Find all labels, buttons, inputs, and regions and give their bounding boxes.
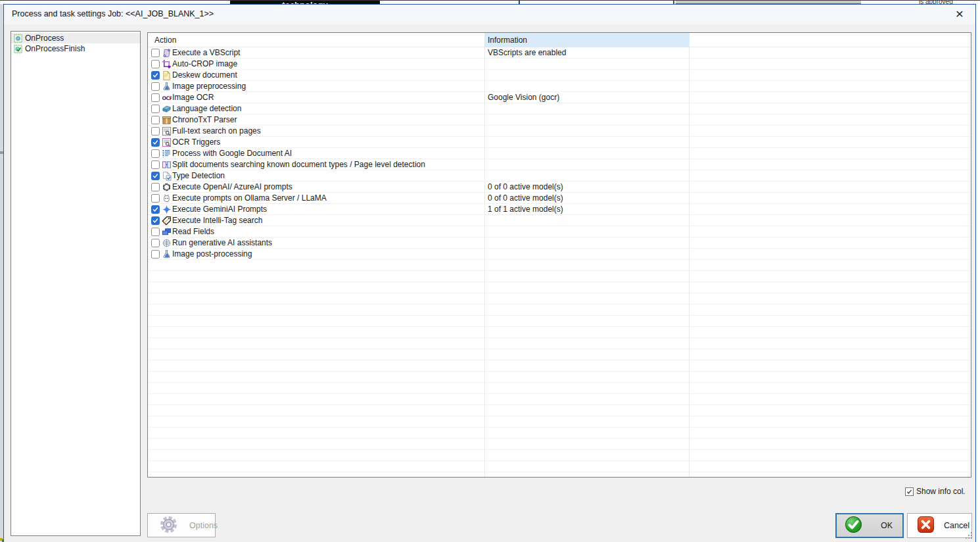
empty-table-row	[148, 327, 971, 338]
row-checkbox[interactable]	[151, 149, 160, 158]
sidebar-item-onprocessfinish[interactable]: OnProcessFinish	[11, 43, 140, 54]
options-button[interactable]: Options	[147, 513, 216, 537]
information-label: VBScripts are enabled	[488, 47, 566, 58]
action-label: Split documents searching known document…	[172, 160, 425, 169]
table-row[interactable]: Image post-processing	[148, 249, 971, 260]
action-label: Execute a VBScript	[172, 48, 240, 57]
cancel-button-label: Cancel	[944, 521, 969, 530]
action-label: Read Fields	[172, 227, 214, 236]
table-row[interactable]: OCRImage OCRGoogle Vision (gocr)	[148, 92, 971, 103]
table-body: Execute a VBScriptVBScripts are enabledA…	[148, 47, 971, 477]
column-header-information[interactable]: Information	[484, 33, 689, 47]
row-checkbox[interactable]	[151, 93, 160, 102]
table-row[interactable]: Image preprocessing	[148, 81, 971, 92]
vbscript-icon	[162, 48, 172, 58]
row-checkbox[interactable]	[151, 60, 160, 68]
type-detection-icon	[162, 171, 172, 181]
empty-table-row	[148, 260, 971, 271]
row-checkbox[interactable]	[151, 116, 160, 124]
empty-table-row	[148, 349, 971, 360]
column-header-action[interactable]: Action	[154, 33, 176, 47]
row-checkbox[interactable]	[151, 172, 160, 180]
crop-icon	[162, 59, 172, 69]
empty-table-row	[148, 383, 971, 394]
table-row[interactable]: Execute OpenAI/ AzureAI prompts0 of 0 ac…	[148, 182, 971, 193]
table-row[interactable]: ChronoTxT Parser	[148, 114, 971, 126]
action-label: Image post-processing	[172, 249, 252, 259]
document-icon	[162, 70, 172, 80]
action-label: Execute OpenAI/ AzureAI prompts	[172, 182, 292, 191]
table-row[interactable]: Deskew document	[148, 70, 971, 81]
empty-table-row	[148, 316, 971, 327]
actions-table: Action Information Execute a VBScriptVBS…	[147, 32, 971, 478]
row-checkbox[interactable]	[151, 49, 160, 57]
information-label: 1 of 1 active model(s)	[488, 204, 563, 214]
table-row[interactable]: Full-text search on pages	[148, 126, 971, 137]
options-button-label: Options	[189, 521, 218, 530]
empty-table-row	[148, 428, 971, 439]
resize-grip[interactable]	[971, 537, 972, 539]
table-row[interactable]: Process with Google Document AI	[148, 148, 971, 159]
table-row[interactable]: Execute Intelli-Tag search	[148, 215, 971, 226]
fields-icon	[162, 227, 172, 237]
table-row[interactable]: Execute prompts on Ollama Server / LLaMA…	[148, 193, 971, 204]
action-label: Execute prompts on Ollama Server / LLaMA	[172, 193, 327, 203]
row-checkbox[interactable]	[151, 228, 160, 236]
action-label: Image OCR	[172, 93, 214, 102]
empty-table-row	[148, 372, 971, 383]
on-process-icon	[14, 34, 22, 43]
cancel-button[interactable]: Cancel	[907, 513, 972, 538]
package-icon	[162, 115, 172, 125]
row-checkbox[interactable]	[151, 194, 160, 203]
empty-table-row	[148, 271, 971, 282]
table-row[interactable]: Language detection	[148, 103, 971, 114]
ok-button-label: OK	[881, 521, 893, 530]
table-row[interactable]: OCR Triggers	[148, 137, 971, 148]
empty-table-row	[148, 305, 971, 316]
ok-button[interactable]: OK	[835, 513, 904, 538]
show-info-checkbox[interactable]: Show info col.	[905, 486, 966, 497]
information-label: 0 of 0 active model(s)	[488, 193, 563, 203]
sidebar-item-onprocess[interactable]: OnProcess	[11, 33, 140, 43]
openai-icon	[162, 182, 172, 192]
close-icon[interactable]: ×	[950, 5, 969, 22]
empty-table-row	[148, 394, 971, 405]
tag-icon	[162, 216, 172, 226]
row-checkbox[interactable]	[151, 216, 160, 225]
dialog-titlebar[interactable]: Process and task settings Job: <<AI_JOB_…	[4, 5, 975, 24]
table-row[interactable]: Auto-CROP image	[148, 59, 971, 70]
assistant-icon	[162, 238, 172, 248]
table-row[interactable]: Split documents searching known document…	[148, 159, 971, 170]
show-info-checkbox-box[interactable]	[905, 487, 914, 496]
event-list[interactable]: OnProcessOnProcessFinish	[11, 31, 141, 536]
row-checkbox[interactable]	[151, 82, 160, 91]
action-label: Auto-CROP image	[172, 59, 237, 68]
row-checkbox[interactable]	[151, 205, 160, 214]
dialog-title: Process and task settings Job: <<AI_JOB_…	[12, 9, 214, 18]
table-row[interactable]: Execute GeminiAI Prompts1 of 1 active mo…	[148, 204, 971, 215]
row-checkbox[interactable]	[151, 183, 160, 191]
row-checkbox[interactable]	[151, 127, 160, 136]
table-row[interactable]: Read Fields	[148, 226, 971, 237]
row-checkbox[interactable]	[151, 239, 160, 247]
on-process-finish-icon	[14, 45, 22, 53]
process-settings-dialog: Process and task settings Job: <<AI_JOB_…	[3, 4, 976, 542]
action-label: Execute GeminiAI Prompts	[172, 205, 267, 214]
table-row[interactable]: Execute a VBScriptVBScripts are enabled	[148, 47, 971, 59]
row-checkbox[interactable]	[151, 71, 160, 80]
empty-table-row	[148, 461, 971, 472]
action-label: Run generative AI assistants	[172, 238, 272, 247]
screen: technology is approved Process and task …	[0, 0, 980, 542]
sidebar-item-label: OnProcessFinish	[25, 44, 85, 53]
row-checkbox[interactable]	[151, 105, 160, 113]
sidebar-item-label: OnProcess	[25, 34, 64, 43]
row-checkbox[interactable]	[151, 250, 160, 259]
table-row[interactable]: Type Detection	[148, 170, 971, 182]
row-checkbox[interactable]	[151, 160, 160, 169]
table-header: Action Information	[148, 33, 971, 47]
empty-table-row	[148, 416, 971, 428]
table-row[interactable]: Run generative AI assistants	[148, 237, 971, 249]
cancel-x-icon	[917, 516, 935, 535]
row-checkbox[interactable]	[151, 138, 160, 147]
split-doc-icon	[162, 160, 172, 170]
